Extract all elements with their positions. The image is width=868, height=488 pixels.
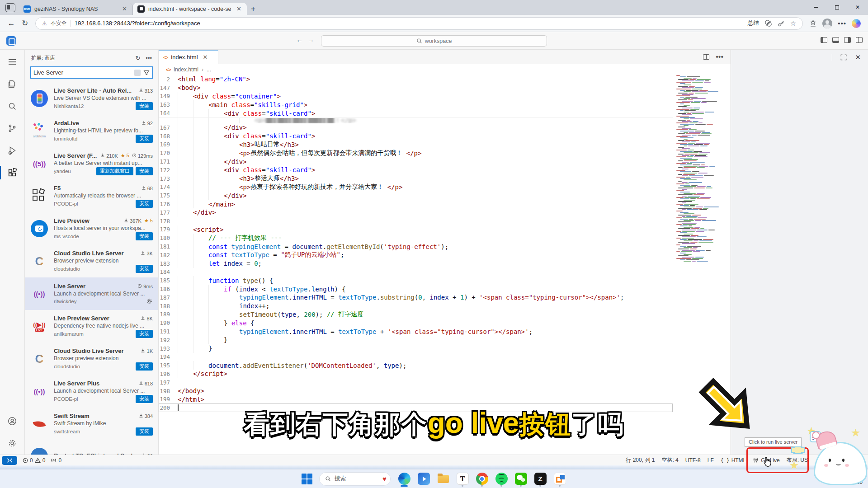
collections-icon[interactable] <box>809 19 817 27</box>
extension-item[interactable]: ((•))Live Server 9msLaunch a development… <box>25 277 158 310</box>
editor-forward-icon[interactable]: → <box>307 36 314 43</box>
problems-indicator[interactable]: 0 0 <box>23 457 45 464</box>
back-button[interactable]: ← <box>5 17 18 30</box>
install-button[interactable]: 安装 <box>136 395 153 403</box>
code-line: 164<div class="skill-card"> <box>159 109 673 117</box>
translate-icon[interactable] <box>764 19 772 27</box>
source-control-icon[interactable] <box>3 121 21 136</box>
code-editor[interactable]: 2<html lang="zh-CN">147<body>149<div cla… <box>159 75 673 455</box>
extension-publisher: PCODE-pl <box>54 396 136 402</box>
extension-search-input[interactable] <box>33 69 132 76</box>
ports-indicator[interactable]: 0 <box>51 457 61 464</box>
toggle-panel-icon[interactable] <box>832 37 839 43</box>
search-icon[interactable] <box>3 99 21 114</box>
start-button[interactable] <box>302 474 312 484</box>
favorite-star-icon[interactable]: ☆ <box>790 19 796 28</box>
extension-item[interactable]: Live Preview 367K★ 5Hosts a local server… <box>25 212 158 245</box>
synology-dsm-favicon: DSM <box>24 5 31 13</box>
extension-item[interactable]: CCloud Studio Live Server 3KBrowser prev… <box>25 245 158 277</box>
indentation[interactable]: 空格: 4 <box>661 456 678 464</box>
extension-item[interactable]: F5 68Automatically reloads the browser .… <box>25 180 158 212</box>
run-debug-icon[interactable] <box>3 143 21 158</box>
install-button[interactable]: 安装 <box>136 167 153 175</box>
new-tab-button[interactable]: + <box>247 3 259 15</box>
install-button[interactable]: 安装 <box>136 135 153 143</box>
install-button[interactable]: 安装 <box>136 427 153 436</box>
eol-sequence[interactable]: LF <box>708 457 714 464</box>
taskbar-icon-app-orange[interactable] <box>553 470 566 488</box>
explorer-icon[interactable] <box>3 76 21 92</box>
code-line: 187typingElement.innerHTML = textToType.… <box>159 293 673 302</box>
taskbar-icon-spotify[interactable] <box>495 470 508 488</box>
editor-tab-index-html[interactable]: index.html ✕ <box>159 50 218 64</box>
settings-gear-icon[interactable] <box>3 436 21 451</box>
split-editor-icon[interactable] <box>703 54 709 60</box>
install-button[interactable]: 安装 <box>136 232 153 240</box>
install-button[interactable]: 安装 <box>136 200 153 208</box>
taskbar-icon-chrome[interactable] <box>475 470 489 488</box>
extension-item[interactable]: Swift Stream 384Swift Stream by iMikeswi… <box>25 408 158 440</box>
search-option-icon[interactable] <box>134 70 141 76</box>
language-mode[interactable]: { } HTML <box>721 457 746 464</box>
refresh-icon[interactable]: ↻ <box>135 55 140 61</box>
taskbar-icon-edge[interactable] <box>397 470 411 488</box>
taskbar-search[interactable]: 搜索 ♥ <box>319 472 391 486</box>
tab-close-icon[interactable]: ✕ <box>203 54 208 61</box>
extension-item[interactable]: TSRestart TS, ESLint, and Svel... 36 <box>25 440 158 455</box>
browser-tab-synology[interactable]: DSM geziNAS - Synology NAS ✕ <box>19 3 133 15</box>
extension-name: ArdaLive <box>54 120 142 127</box>
taskbar-icon-wechat[interactable] <box>514 470 528 488</box>
extension-item[interactable]: ardaformArdaLive 92Lightning-fast HTML l… <box>25 115 158 147</box>
extension-item[interactable]: ((5))Live Server (F... 210K★ 5 129msA be… <box>25 147 158 180</box>
close-button[interactable]: ✕ <box>847 0 868 14</box>
panel-close-icon[interactable]: ✕ <box>855 53 861 61</box>
install-button[interactable]: 安装 <box>136 265 153 273</box>
extension-item[interactable]: CCloud Studio Live Server 1KBrowser prev… <box>25 343 158 375</box>
extension-item[interactable]: ((•))Live Server Plus 618Launch a develo… <box>25 375 158 408</box>
editor-back-icon[interactable]: ← <box>296 36 303 43</box>
tab-close-icon[interactable]: ✕ <box>236 5 242 12</box>
customize-layout-icon[interactable] <box>856 37 863 43</box>
taskbar-icon-editor-t[interactable]: T <box>456 470 469 488</box>
extension-gear-icon[interactable] <box>146 298 153 305</box>
summarize-button[interactable]: 总结 <box>748 19 759 27</box>
editor-more-actions-icon[interactable]: ••• <box>716 53 723 61</box>
browser-tab-code-server[interactable]: index.html - workspace - code-se ✕ <box>133 3 247 15</box>
account-icon[interactable] <box>3 413 21 429</box>
password-key-icon[interactable] <box>778 20 785 27</box>
toggle-secondary-sidebar-icon[interactable] <box>844 37 851 43</box>
install-button[interactable]: 安装 <box>136 102 153 110</box>
minimap[interactable] <box>675 75 728 272</box>
install-button[interactable]: 重新加载窗口 <box>96 167 133 175</box>
fullscreen-icon[interactable] <box>840 54 847 61</box>
extension-search-box[interactable] <box>30 66 153 79</box>
extensions-icon[interactable] <box>3 165 21 180</box>
refresh-button[interactable]: ↻ <box>18 17 32 30</box>
remote-indicator[interactable] <box>2 456 17 465</box>
extension-name: Live Server Plus <box>54 380 139 387</box>
breadcrumb[interactable]: index.html ... <box>159 64 731 75</box>
more-actions-icon[interactable]: ••• <box>146 55 152 61</box>
tab-actions-icon[interactable] <box>5 3 15 12</box>
copilot-icon[interactable] <box>852 19 861 28</box>
menu-icon[interactable] <box>3 54 21 70</box>
code-line: 177</div> <box>159 208 673 217</box>
taskbar-icon-explorer[interactable] <box>436 470 450 488</box>
filter-funnel-icon[interactable] <box>143 70 150 76</box>
extension-item[interactable]: Live Server Lite - Auto Rel... 313Live S… <box>25 82 158 115</box>
maximize-button[interactable] <box>826 0 847 14</box>
encoding[interactable]: UTF-8 <box>685 457 701 464</box>
command-search-box[interactable]: workspace <box>321 35 547 47</box>
install-button[interactable]: 安装 <box>136 362 153 371</box>
tab-close-icon[interactable]: ✕ <box>121 5 128 12</box>
toggle-sidebar-icon[interactable] <box>821 37 827 43</box>
browser-menu-icon[interactable]: ••• <box>838 19 846 27</box>
address-bar[interactable]: ⚠ 不安全 192.168.6.138:28443/?folder=/confi… <box>35 17 803 30</box>
taskbar-icon-app-z[interactable]: Z <box>533 470 547 488</box>
taskbar-icon-photos[interactable] <box>417 470 430 488</box>
minimize-button[interactable] <box>806 0 826 14</box>
extension-item[interactable]: ((▶))LIVELive Preview Server 8KDependenc… <box>25 310 158 343</box>
cursor-position[interactable]: 行 200, 列 1 <box>626 456 655 464</box>
install-button[interactable]: 安装 <box>136 330 153 338</box>
profile-avatar[interactable] <box>822 19 832 28</box>
